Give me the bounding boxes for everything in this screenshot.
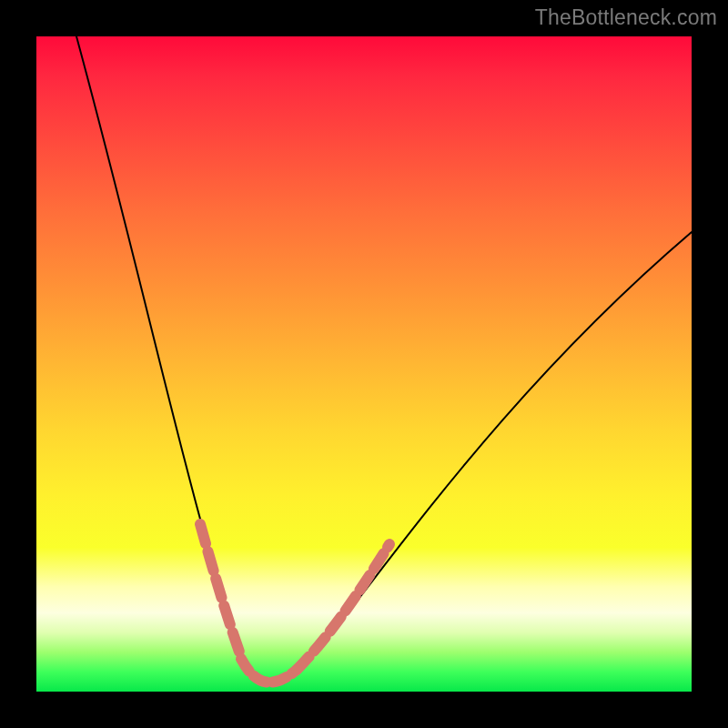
plot-area bbox=[36, 36, 692, 692]
bottleneck-curve bbox=[76, 36, 692, 683]
watermark-text: TheBottleneck.com bbox=[535, 5, 717, 30]
chart-frame: TheBottleneck.com bbox=[0, 0, 728, 728]
bottleneck-band-bottom bbox=[241, 659, 297, 682]
bottleneck-band-left bbox=[200, 524, 241, 657]
curve-svg bbox=[36, 36, 692, 692]
bottleneck-band-right bbox=[297, 544, 389, 670]
